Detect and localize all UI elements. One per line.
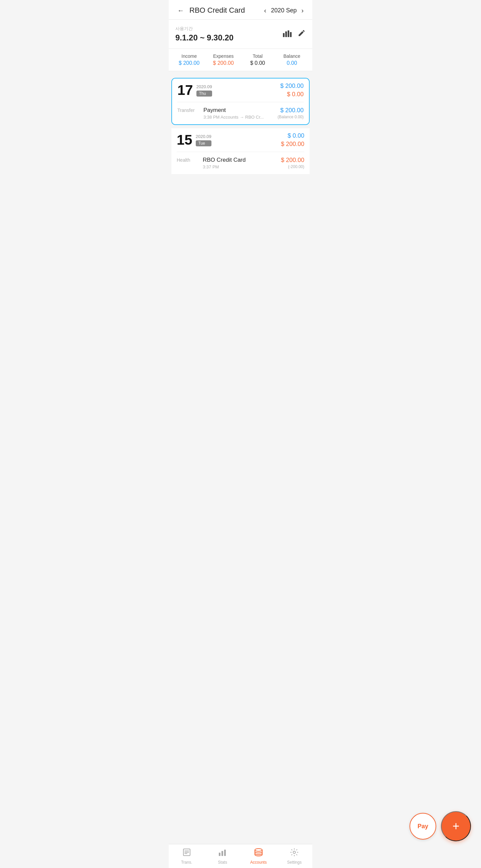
- stats-icon: [218, 848, 227, 859]
- date-range-info: 사용기간 9.1.20 ~ 9.30.20: [175, 26, 233, 42]
- day-expense-17: $ 0.00: [287, 91, 303, 98]
- day-number-15: 15: [177, 133, 192, 147]
- day-group-17: 17 2020.09 Thu $ 200.00 $ 0.00 Transfer …: [171, 78, 310, 125]
- date-range-value: 9.1.20 ~ 9.30.20: [175, 33, 233, 42]
- transaction-row[interactable]: Transfer Payment 3:38 PM Accounts → RBO …: [172, 102, 309, 124]
- day-of-week-15: Tue: [196, 140, 212, 146]
- svg-rect-1: [285, 31, 287, 37]
- day-meta-17: 2020.09 Thu: [196, 84, 212, 97]
- day-year-month-15: 2020.09: [196, 134, 212, 139]
- date-range-icons: [283, 29, 306, 39]
- transaction-row-health[interactable]: Health RBO Credit Card 3:37 PM $ 200.00 …: [171, 152, 310, 174]
- summary-expenses: Expenses $ 200.00: [206, 54, 241, 66]
- trans-balance-health: (-200.00): [281, 164, 304, 169]
- nav-settings[interactable]: Settings: [277, 844, 313, 868]
- settings-icon: [290, 848, 299, 859]
- stats-label: Stats: [218, 860, 227, 865]
- summary-balance: Balance 0.00: [275, 54, 309, 66]
- income-value: $ 200.00: [172, 60, 206, 66]
- day-header-17: 17 2020.09 Thu $ 200.00 $ 0.00: [172, 79, 309, 102]
- svg-point-11: [255, 848, 262, 851]
- summary-income: Income $ 200.00: [172, 54, 206, 66]
- trans-detail-payment: 3:38 PM Accounts → RBO Cr...: [203, 115, 275, 120]
- balance-label: Balance: [275, 54, 309, 59]
- svg-rect-2: [288, 30, 289, 37]
- trans-title-health: RBO Credit Card: [203, 157, 278, 163]
- accounts-icon: [254, 848, 263, 859]
- total-value: $ 0.00: [241, 60, 275, 66]
- trans-title-payment: Payment: [203, 107, 275, 114]
- day-totals-15: $ 0.00 $ 200.00: [281, 132, 304, 148]
- balance-value: 0.00: [275, 60, 309, 66]
- expenses-value: $ 200.00: [206, 60, 241, 66]
- day-income-17: $ 200.00: [280, 83, 303, 90]
- svg-rect-8: [219, 852, 220, 856]
- bottom-nav: Trans. Stats Accounts: [169, 844, 312, 868]
- transactions-content: 17 2020.09 Thu $ 200.00 $ 0.00 Transfer …: [169, 71, 312, 231]
- header-left: ← RBO Credit Card: [175, 6, 245, 15]
- trans-category-transfer: Transfer: [178, 107, 201, 113]
- day-number-17: 17: [178, 83, 193, 97]
- month-nav: ‹ 2020 Sep ›: [262, 6, 306, 14]
- next-month-button[interactable]: ›: [299, 6, 306, 14]
- trans-middle-health: RBO Credit Card 3:37 PM: [200, 157, 281, 169]
- svg-rect-0: [283, 33, 285, 37]
- day-group-15: 15 2020.09 Tue $ 0.00 $ 200.00 Health RB…: [171, 128, 310, 174]
- edit-icon[interactable]: [298, 29, 306, 39]
- trans-amount-health: $ 200.00: [281, 157, 304, 164]
- trans-icon: [182, 848, 191, 859]
- day-expense-15: $ 200.00: [281, 141, 304, 148]
- date-range-section: 사용기간 9.1.20 ~ 9.30.20: [169, 20, 312, 49]
- nav-stats[interactable]: Stats: [205, 844, 241, 868]
- total-label: Total: [241, 54, 275, 59]
- trans-label: Trans.: [181, 860, 192, 865]
- svg-rect-9: [221, 851, 223, 856]
- trans-balance-payment: (Balance 0.00): [278, 115, 303, 119]
- settings-label: Settings: [287, 860, 301, 865]
- nav-trans[interactable]: Trans.: [169, 844, 205, 868]
- summary-total: Total $ 0.00: [241, 54, 275, 66]
- day-income-15: $ 0.00: [288, 132, 304, 139]
- nav-accounts[interactable]: Accounts: [241, 844, 277, 868]
- trans-amount-payment: $ 200.00: [278, 107, 303, 114]
- trans-middle-payment: Payment 3:38 PM Accounts → RBO Cr...: [201, 107, 278, 120]
- header: ← RBO Credit Card ‹ 2020 Sep ›: [169, 0, 312, 20]
- svg-rect-3: [290, 32, 292, 37]
- svg-point-12: [293, 851, 296, 853]
- income-label: Income: [172, 54, 206, 59]
- day-header-15: 15 2020.09 Tue $ 0.00 $ 200.00: [171, 128, 310, 152]
- accounts-label: Accounts: [250, 860, 266, 865]
- trans-amount-col-payment: $ 200.00 (Balance 0.00): [278, 107, 303, 119]
- svg-rect-10: [224, 849, 226, 856]
- back-button[interactable]: ←: [175, 6, 186, 14]
- date-range-label: 사용기간: [175, 26, 233, 32]
- summary-row: Income $ 200.00 Expenses $ 200.00 Total …: [169, 49, 312, 71]
- trans-amount-col-health: $ 200.00 (-200.00): [281, 157, 304, 169]
- expenses-label: Expenses: [206, 54, 241, 59]
- trans-category-health: Health: [177, 157, 200, 163]
- page-title: RBO Credit Card: [189, 6, 245, 15]
- chart-icon[interactable]: [283, 29, 292, 39]
- current-month: 2020 Sep: [271, 7, 297, 14]
- day-totals-17: $ 200.00 $ 0.00: [280, 83, 303, 98]
- prev-month-button[interactable]: ‹: [262, 6, 268, 14]
- day-year-month-17: 2020.09: [196, 84, 212, 89]
- day-meta-15: 2020.09 Tue: [196, 134, 212, 146]
- day-of-week-17: Thu: [196, 91, 212, 97]
- trans-detail-health: 3:37 PM: [203, 164, 278, 169]
